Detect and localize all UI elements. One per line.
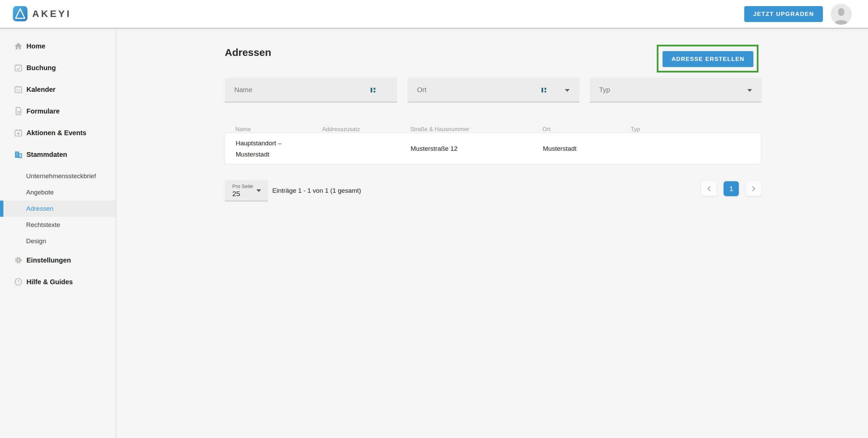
- sidebar-subitem-label: Adressen: [26, 205, 53, 212]
- home-icon: [14, 41, 23, 51]
- sidebar-item-label: Aktionen & Events: [26, 129, 86, 137]
- upgrade-button[interactable]: JETZT UPGRADEN: [744, 6, 823, 22]
- calendar-star-icon: [14, 128, 23, 138]
- sidebar-item-buchung[interactable]: Buchung: [0, 57, 116, 79]
- sidebar: Home Buchung Kalender Formulare Aktionen…: [0, 29, 116, 438]
- typ-filter-select[interactable]: Typ: [590, 78, 762, 102]
- calendar-icon: [14, 85, 23, 94]
- page-1-button[interactable]: 1: [724, 181, 739, 196]
- column-header-name: Name: [235, 126, 322, 133]
- sidebar-item-label: Home: [26, 42, 45, 50]
- svg-text:?: ?: [17, 279, 20, 285]
- column-header-ort: Ort: [542, 126, 631, 133]
- sidebar-subitem-label: Design: [26, 237, 46, 245]
- column-header-addresszusatz: Addresszusatz: [322, 126, 410, 133]
- prev-page-button[interactable]: [701, 181, 716, 196]
- main-content: Adressen 1 ADRESSE ERSTELLEN Ort Typ: [117, 29, 868, 438]
- form-icon: [14, 106, 23, 116]
- sidebar-subitem-label: Unternehmenssteckbrief: [26, 172, 96, 180]
- sidebar-subitem-unternehmenssteckbrief[interactable]: Unternehmenssteckbrief: [0, 168, 116, 184]
- chevron-down-icon: [747, 89, 752, 92]
- cell-name: Hauptstandort – Musterstadt: [236, 138, 314, 160]
- table-row[interactable]: Hauptstandort – Musterstadt Musterstraße…: [225, 133, 762, 165]
- sidebar-subitem-adressen[interactable]: Adressen: [0, 201, 116, 217]
- pager: 1: [701, 181, 761, 196]
- chevron-down-icon: [256, 189, 261, 192]
- sidebar-item-label: Einstellungen: [26, 256, 71, 264]
- filter-bars-icon: [371, 87, 376, 93]
- pagination-bar: Pro Seite 25 Einträge 1 - 1 von 1 (1 ges…: [225, 180, 762, 202]
- typ-filter-placeholder: Typ: [590, 86, 610, 94]
- sidebar-item-home[interactable]: Home: [0, 35, 116, 57]
- sidebar-subitem-design[interactable]: Design: [0, 233, 116, 249]
- page-title: Adressen: [225, 47, 271, 58]
- ort-filter-placeholder: Ort: [408, 86, 427, 94]
- chevron-right-icon: [751, 186, 756, 191]
- topbar: AKEYI JETZT UPGRADEN: [0, 0, 868, 28]
- column-header-typ: Typ: [631, 126, 751, 133]
- sidebar-item-kalender[interactable]: Kalender: [0, 79, 116, 100]
- logo-wordmark: AKEYI: [32, 8, 72, 19]
- gear-icon: [14, 255, 23, 265]
- entries-summary: Einträge 1 - 1 von 1 (1 gesamt): [272, 180, 361, 201]
- user-avatar[interactable]: [831, 4, 852, 25]
- sidebar-subitem-label: Rechtstexte: [26, 221, 60, 229]
- sidebar-item-label: Buchung: [26, 64, 56, 72]
- name-filter-field: [225, 78, 397, 102]
- logo-icon: [13, 6, 27, 21]
- chevron-left-icon: [707, 186, 711, 191]
- sidebar-item-label: Kalender: [26, 86, 56, 93]
- filter-row: Ort Typ: [225, 78, 762, 102]
- chevron-down-icon: [565, 89, 570, 92]
- sidebar-subitem-angebote[interactable]: Angebote: [0, 184, 116, 201]
- per-page-value: 25: [232, 190, 240, 198]
- cell-strasse-hausnummer: Musterstraße 12: [411, 145, 543, 152]
- sidebar-item-formulare[interactable]: Formulare: [0, 100, 116, 122]
- sidebar-item-einstellungen[interactable]: Einstellungen: [0, 249, 116, 271]
- sidebar-item-hilfe-guides[interactable]: ? Hilfe & Guides: [0, 271, 116, 293]
- calendar-check-icon: [14, 63, 23, 72]
- create-address-button[interactable]: ADRESSE ERSTELLEN: [663, 51, 753, 67]
- cell-ort: Musterstadt: [543, 145, 631, 152]
- app-logo[interactable]: AKEYI: [13, 6, 72, 21]
- sidebar-item-label: Stammdaten: [26, 151, 67, 159]
- building-icon: [14, 150, 23, 159]
- per-page-label: Pro Seite: [232, 183, 253, 189]
- sidebar-item-label: Hilfe & Guides: [26, 278, 73, 286]
- ort-filter-select[interactable]: Ort: [408, 78, 579, 102]
- sidebar-item-aktionen-events[interactable]: Aktionen & Events: [0, 122, 116, 144]
- table-header-row: Name Addresszusatz Straße & Hausnummer O…: [225, 126, 762, 133]
- next-page-button[interactable]: [746, 181, 761, 196]
- column-header-strasse-hausnummer: Straße & Hausnummer: [410, 126, 542, 133]
- per-page-select[interactable]: Pro Seite 25: [225, 180, 268, 201]
- sidebar-subitem-label: Angebote: [26, 189, 54, 196]
- sidebar-item-label: Formulare: [26, 107, 60, 115]
- sidebar-item-stammdaten[interactable]: Stammdaten: [0, 144, 116, 165]
- person-icon: [831, 4, 852, 25]
- filter-bars-icon: [541, 87, 547, 93]
- sidebar-subitem-rechtstexte[interactable]: Rechtstexte: [0, 217, 116, 233]
- help-icon: ?: [14, 277, 23, 287]
